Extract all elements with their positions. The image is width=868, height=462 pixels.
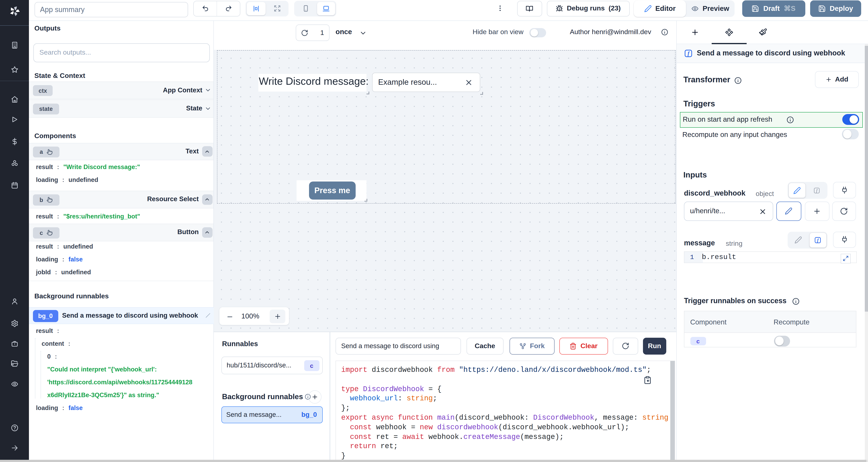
svg-text:f: f (688, 51, 690, 57)
svg-text:f: f (817, 237, 819, 242)
svg-text:f: f (816, 188, 818, 193)
